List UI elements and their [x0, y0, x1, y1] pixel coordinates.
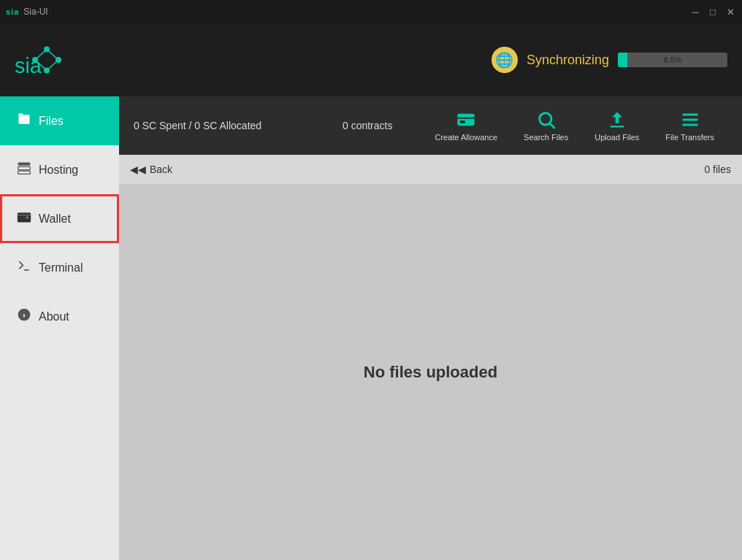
back-button[interactable]: ◀◀ Back: [130, 164, 172, 175]
files-count: 0 files: [704, 164, 731, 175]
app: sia 🌐 Synchronizing 8.5% Files: [0, 23, 742, 560]
files-icon: [17, 112, 31, 130]
svg-line-7: [47, 60, 58, 70]
sync-label: Synchronizing: [527, 53, 609, 68]
body: Files Hosting Wallet Terminal: [0, 96, 742, 560]
titlebar-controls: ─ □ ✕: [689, 6, 736, 18]
sidebar: Files Hosting Wallet Terminal: [0, 96, 119, 560]
svg-rect-9: [18, 163, 31, 166]
terminal-icon: [17, 258, 31, 277]
search-files-label: Search Files: [524, 133, 568, 142]
svg-rect-20: [460, 120, 465, 123]
titlebar-app-name: sia: [6, 7, 19, 16]
content-header: 0 SC Spent / 0 SC Allocated 0 contracts …: [119, 96, 742, 155]
sidebar-item-about[interactable]: About: [0, 292, 119, 341]
progress-bar: 8.5%: [618, 53, 727, 67]
minimize-button[interactable]: ─: [689, 6, 701, 18]
titlebar: sia Sia-UI ─ □ ✕: [0, 0, 742, 23]
upload-files-label: Upload Files: [594, 133, 639, 142]
maximize-button[interactable]: □: [707, 6, 719, 18]
progress-text: 8.5%: [618, 53, 727, 67]
upload-files-button[interactable]: Upload Files: [581, 102, 652, 149]
sidebar-item-wallet[interactable]: Wallet: [0, 194, 119, 243]
sidebar-item-wallet-label: Wallet: [39, 212, 71, 226]
create-allowance-label: Create Allowance: [435, 133, 497, 142]
content: 0 SC Spent / 0 SC Allocated 0 contracts …: [119, 96, 742, 560]
sia-logo: sia: [15, 38, 73, 82]
hosting-icon: [17, 161, 31, 179]
svg-point-13: [26, 216, 28, 218]
sidebar-item-hosting-label: Hosting: [39, 164, 78, 177]
create-allowance-button[interactable]: Create Allowance: [421, 102, 510, 149]
about-icon: [17, 307, 31, 326]
svg-line-5: [47, 50, 58, 60]
wallet-icon: [17, 210, 31, 228]
svg-text:sia: sia: [15, 54, 42, 77]
search-files-button[interactable]: Search Files: [510, 102, 581, 149]
file-transfers-label: File Transfers: [665, 133, 714, 142]
svg-line-22: [549, 123, 554, 129]
sidebar-item-about-label: About: [39, 310, 69, 323]
titlebar-title: Sia-UI: [23, 7, 47, 17]
svg-point-21: [539, 113, 551, 125]
svg-rect-18: [458, 114, 475, 126]
sidebar-item-terminal-label: Terminal: [39, 261, 83, 275]
file-transfers-icon: [680, 110, 700, 130]
search-files-icon: [536, 110, 556, 130]
sidebar-item-terminal[interactable]: Terminal: [0, 243, 119, 292]
sidebar-item-hosting[interactable]: Hosting: [0, 145, 119, 194]
svg-rect-12: [18, 212, 31, 222]
svg-rect-11: [18, 171, 31, 174]
close-button[interactable]: ✕: [724, 6, 736, 18]
upload-files-icon: [607, 110, 627, 130]
back-label: Back: [150, 164, 172, 175]
toolbar: Create Allowance Search Files: [421, 102, 727, 149]
globe-icon: 🌐: [492, 47, 518, 73]
sia-logo-svg: sia: [15, 38, 73, 82]
file-transfers-button[interactable]: File Transfers: [652, 102, 727, 149]
files-stats: 0 SC Spent / 0 SC Allocated: [134, 120, 313, 131]
create-allowance-icon: [456, 110, 476, 130]
no-files-text: No files uploaded: [364, 363, 497, 382]
header: sia 🌐 Synchronizing 8.5%: [0, 23, 742, 96]
svg-rect-10: [18, 166, 31, 169]
sidebar-item-files-label: Files: [39, 115, 64, 128]
contracts-count: 0 contracts: [343, 120, 392, 131]
back-chevron-icon: ◀◀: [130, 164, 146, 175]
sidebar-item-files[interactable]: Files: [0, 96, 119, 145]
main-content: No files uploaded: [119, 184, 742, 560]
sync-section: 🌐 Synchronizing 8.5%: [492, 47, 727, 73]
titlebar-left: sia Sia-UI: [6, 7, 48, 17]
back-bar: ◀◀ Back 0 files: [119, 155, 742, 184]
